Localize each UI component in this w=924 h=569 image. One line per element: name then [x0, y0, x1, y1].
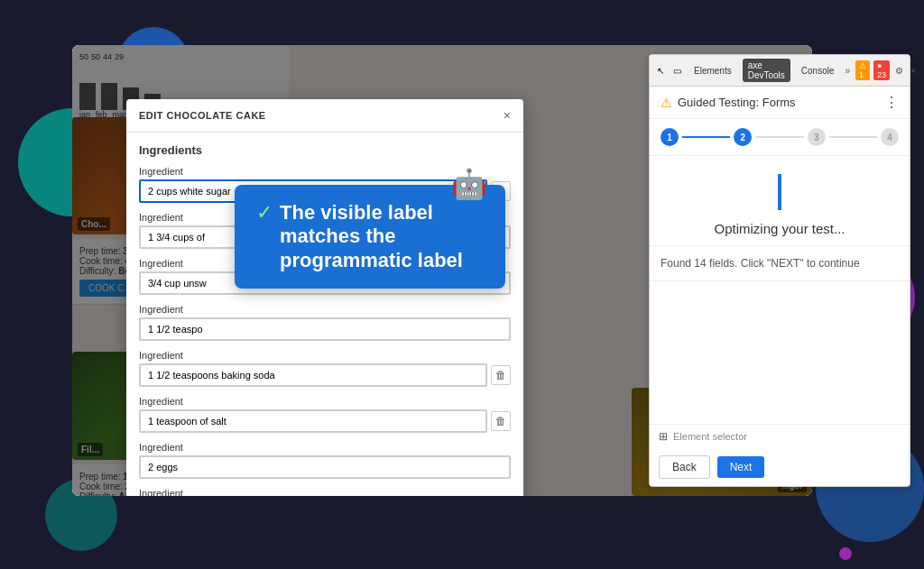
guided-testing-more-button[interactable]: ⋮	[884, 94, 899, 111]
steps-indicator: 1 2 3 4	[650, 119, 910, 156]
plus-icon: ⊞	[659, 430, 668, 443]
robot-icon: 🤖	[451, 167, 487, 201]
edit-modal: EDIT CHOCOLATE CAKE × Ingredients Ingred…	[126, 99, 523, 496]
tab-elements[interactable]: Elements	[688, 64, 737, 78]
ingredient-label-4: Ingredient	[139, 304, 511, 315]
tab-axe-devtools[interactable]: axe DevTools	[743, 59, 790, 82]
ingredient-row-4	[139, 317, 511, 341]
step-4: 4	[881, 128, 899, 146]
ingredient-label-7: Ingredient	[139, 442, 511, 453]
ingredient-group-5: Ingredient 🗑	[139, 350, 511, 387]
ingredient-group-7: Ingredient	[139, 442, 511, 479]
guided-testing-title: ⚠ Guided Testing: Forms	[661, 96, 796, 110]
step-line-1-2	[682, 136, 730, 138]
ingredient-label-8: Ingredient	[139, 488, 511, 496]
back-button[interactable]: Back	[659, 455, 710, 479]
ingredients-section-title: Ingredients	[139, 143, 511, 157]
optimizing-bar	[778, 174, 781, 210]
modal-header: EDIT CHOCOLATE CAKE ×	[126, 99, 523, 133]
empty-content-area	[650, 281, 910, 424]
warning-badge: ⚠ 1	[855, 60, 870, 80]
ingredient-group-6: Ingredient 🗑	[139, 396, 511, 433]
more-tabs[interactable]: »	[845, 66, 851, 76]
element-selector-row: ⊞ Element selector	[650, 424, 910, 448]
ingredient-delete-5[interactable]: 🗑	[491, 365, 511, 385]
footer-nav: Back Next	[650, 448, 910, 486]
error-badge: ● 23	[873, 60, 890, 80]
decorative-circle-purple2	[839, 547, 852, 560]
tooltip-content: ✓ The visible label matches the programm…	[256, 201, 484, 272]
ingredient-label-6: Ingredient	[139, 396, 511, 407]
step-line-2-3	[755, 136, 803, 138]
devtools-close-button[interactable]: ×	[909, 64, 918, 78]
checkmark-icon: ✓	[256, 201, 273, 225]
tab-console[interactable]: Console	[796, 64, 840, 78]
step-3: 3	[808, 128, 826, 146]
modal-close-button[interactable]: ×	[504, 108, 511, 123]
element-selector-label: Element selector	[673, 431, 747, 442]
ingredient-delete-6[interactable]: 🗑	[491, 411, 511, 431]
warning-triangle-icon: ⚠	[661, 96, 672, 110]
modal-title: EDIT CHOCOLATE CAKE	[139, 110, 266, 121]
optimizing-text: Optimizing your test...	[661, 221, 899, 236]
ingredient-row-7	[139, 455, 511, 479]
ingredient-group-4: Ingredient	[139, 304, 511, 341]
devtools-toolbar: ↖ ▭ Elements axe DevTools Console » ⚠ 1 …	[650, 55, 910, 87]
devtools-icons: ⚠ 1 ● 23 ⚙ ×	[855, 60, 918, 80]
devtools-content: Optimizing your test... Found 14 fields.…	[650, 156, 910, 424]
optimizing-section: Optimizing your test...	[650, 156, 910, 246]
step-1: 1	[661, 128, 679, 146]
ingredient-row-6: 🗑	[139, 409, 511, 433]
ingredient-input-4[interactable]	[139, 317, 511, 341]
ingredient-row-5: 🗑	[139, 363, 511, 387]
ingredient-input-5[interactable]	[139, 363, 487, 387]
ingredient-label-5: Ingredient	[139, 350, 511, 361]
devtools-panel: ↖ ▭ Elements axe DevTools Console » ⚠ 1 …	[649, 54, 910, 487]
tooltip-bubble: 🤖 ✓ The visible label matches the progra…	[235, 185, 505, 289]
step-line-3-4	[829, 136, 877, 138]
ingredient-group-8: Ingredient	[139, 488, 511, 496]
found-fields-text: Found 14 fields. Click "NEXT" to continu…	[650, 246, 910, 281]
step-2: 2	[734, 128, 752, 146]
cursor-icon[interactable]: ↖	[655, 64, 666, 78]
tooltip-text: The visible label matches the programmat…	[280, 201, 484, 272]
settings-button[interactable]: ⚙	[893, 64, 905, 78]
ingredient-input-7[interactable]	[139, 455, 511, 479]
guided-testing-label: Guided Testing: Forms	[678, 96, 796, 109]
guided-testing-header: ⚠ Guided Testing: Forms ⋮	[650, 87, 910, 119]
ingredient-input-6[interactable]	[139, 409, 487, 433]
inspector-icon[interactable]: ▭	[671, 64, 683, 78]
next-button[interactable]: Next	[717, 456, 765, 478]
